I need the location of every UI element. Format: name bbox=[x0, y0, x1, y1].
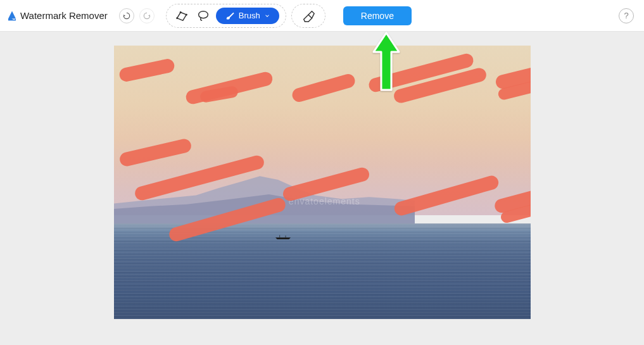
canvas-area: envatoelements bbox=[0, 32, 644, 345]
polygon-tool-button[interactable] bbox=[173, 7, 191, 25]
app-logo-icon bbox=[6, 10, 18, 22]
image-boat bbox=[272, 234, 294, 239]
help-icon: ? bbox=[624, 11, 628, 20]
app-header: Watermark Remover bbox=[0, 0, 644, 32]
lasso-icon bbox=[196, 9, 210, 23]
remove-button[interactable]: Remove bbox=[343, 6, 412, 25]
app-title: Watermark Remover bbox=[20, 10, 108, 21]
svg-point-0 bbox=[176, 17, 178, 19]
eraser-tool-button[interactable] bbox=[300, 7, 317, 25]
brush-icon bbox=[225, 11, 235, 21]
svg-point-2 bbox=[186, 13, 187, 15]
polygon-icon bbox=[175, 9, 189, 23]
svg-point-1 bbox=[180, 11, 182, 13]
svg-point-3 bbox=[198, 11, 208, 18]
brush-tool-button[interactable]: Brush bbox=[216, 8, 279, 24]
redo-button[interactable] bbox=[139, 8, 155, 23]
image-canvas[interactable]: envatoelements bbox=[114, 46, 531, 319]
undo-button[interactable] bbox=[119, 8, 134, 23]
eraser-tool-group bbox=[291, 4, 325, 28]
help-button[interactable]: ? bbox=[619, 8, 634, 23]
eraser-icon bbox=[301, 9, 315, 23]
brush-label: Brush bbox=[239, 11, 260, 20]
chevron-down-icon bbox=[264, 13, 270, 19]
redo-icon bbox=[142, 11, 151, 20]
lasso-tool-button[interactable] bbox=[194, 7, 212, 25]
undo-icon bbox=[122, 11, 131, 20]
selection-tool-group: Brush bbox=[166, 4, 286, 28]
image-mountain bbox=[114, 172, 415, 226]
logo-group: Watermark Remover bbox=[6, 10, 114, 22]
